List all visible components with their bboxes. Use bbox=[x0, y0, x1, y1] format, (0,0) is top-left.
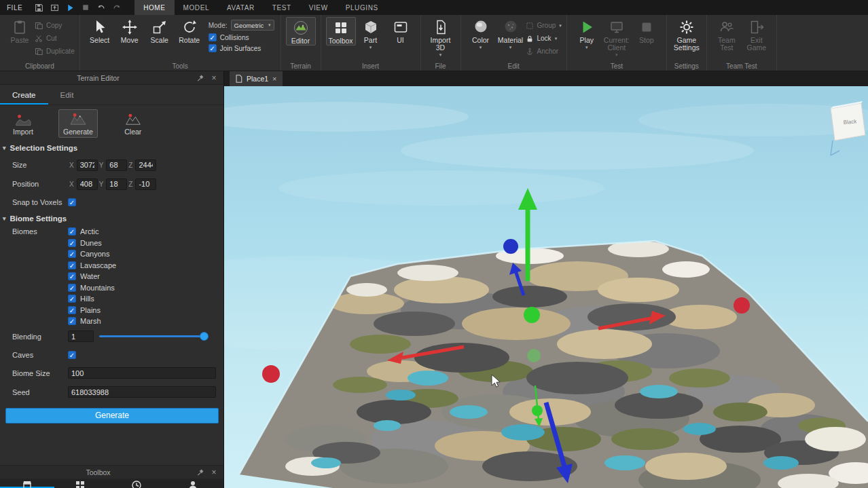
gizmo-handle-green-faint[interactable] bbox=[527, 349, 541, 362]
stop-button[interactable]: Stop bbox=[632, 17, 662, 44]
tab-avatar[interactable]: AVATAR bbox=[218, 0, 264, 15]
3d-scene[interactable]: Black bbox=[224, 86, 868, 488]
save-icon[interactable] bbox=[33, 2, 44, 13]
biome-size-input[interactable] bbox=[68, 367, 216, 379]
close-icon[interactable]: × bbox=[272, 75, 276, 83]
stop-icon[interactable] bbox=[80, 2, 91, 13]
import-action-button[interactable]: Import bbox=[7, 109, 39, 138]
caves-checkbox[interactable] bbox=[68, 351, 76, 359]
blending-slider[interactable] bbox=[99, 335, 206, 337]
play-icon[interactable] bbox=[65, 2, 75, 13]
exit-game-button[interactable]: Exit Game bbox=[742, 17, 772, 52]
join-surfaces-checkbox[interactable] bbox=[209, 44, 217, 52]
play-button[interactable]: Play ▾ bbox=[572, 17, 602, 50]
copy-button[interactable]: Copy bbox=[35, 20, 75, 31]
tab-plugins[interactable]: PLUGINS bbox=[337, 0, 387, 15]
ribbon-section-clipboard: Paste Copy Cut Duplicate Clipboard bbox=[0, 15, 80, 71]
place-tab[interactable]: Place1 × bbox=[230, 71, 283, 86]
biome-settings-header[interactable]: ▾ Biome Settings bbox=[0, 211, 223, 226]
paste-button[interactable]: Paste bbox=[5, 17, 35, 44]
current-client-button[interactable]: Current: Client ▾ bbox=[602, 17, 632, 57]
terrain-editor-title: Terrain Editor bbox=[0, 74, 196, 82]
gizmo-handle-red-right[interactable] bbox=[734, 297, 750, 314]
undo-icon[interactable] bbox=[96, 2, 107, 13]
terrain-editor-header[interactable]: Terrain Editor × bbox=[0, 71, 223, 85]
tab-model[interactable]: MODEL bbox=[175, 0, 219, 15]
tab-home[interactable]: HOME bbox=[134, 0, 174, 15]
biome-checkbox-mountains[interactable] bbox=[68, 284, 76, 292]
clear-action-button[interactable]: Clear bbox=[117, 109, 149, 138]
biome-checkbox-lavascape[interactable] bbox=[68, 261, 76, 269]
creations-person-icon[interactable] bbox=[187, 480, 198, 488]
game-settings-button[interactable]: Game Settings bbox=[672, 17, 702, 52]
lock-button[interactable]: Lock ▾ bbox=[526, 33, 562, 44]
rotate-icon bbox=[181, 19, 198, 35]
dock-pin-icon[interactable] bbox=[196, 74, 204, 82]
biome-checkbox-hills[interactable] bbox=[68, 295, 76, 303]
tab-create[interactable]: Create bbox=[0, 85, 48, 105]
seed-input[interactable] bbox=[68, 386, 216, 398]
close-icon[interactable]: × bbox=[210, 74, 218, 82]
team-test-button[interactable]: Team Test bbox=[712, 17, 742, 52]
copy-label: Copy bbox=[46, 22, 62, 29]
recent-clock-icon[interactable] bbox=[131, 480, 142, 488]
blending-input[interactable] bbox=[68, 331, 94, 342]
ui-icon bbox=[393, 19, 409, 35]
gizmo-handle-blue[interactable] bbox=[503, 239, 518, 254]
close-icon[interactable]: × bbox=[210, 468, 218, 476]
generate-button[interactable]: Generate bbox=[5, 408, 219, 424]
toolbox-button[interactable]: Toolbox bbox=[326, 17, 356, 45]
biome-checkbox-plains[interactable] bbox=[68, 306, 76, 314]
scale-tool-button[interactable]: Scale bbox=[145, 17, 175, 44]
toolbox-active-tab[interactable] bbox=[0, 478, 54, 488]
caves-label: Caves bbox=[12, 351, 68, 359]
material-icon bbox=[503, 19, 519, 35]
gizmo-handle-green-small[interactable] bbox=[532, 405, 543, 416]
slider-handle[interactable] bbox=[200, 332, 209, 341]
terrain-editor-button[interactable]: Editor bbox=[286, 17, 316, 45]
cut-button[interactable]: Cut bbox=[35, 33, 75, 44]
size-z-input[interactable] bbox=[135, 159, 156, 171]
biome-checkbox-canyons[interactable] bbox=[68, 250, 76, 258]
selection-settings-header[interactable]: ▾ Selection Settings bbox=[0, 140, 223, 155]
mode-dropdown[interactable]: Geometric ▾ bbox=[231, 20, 274, 31]
position-x-input[interactable] bbox=[77, 179, 98, 190]
select-tool-button[interactable]: Select bbox=[85, 17, 115, 44]
size-y-input[interactable] bbox=[106, 159, 127, 171]
biome-checkbox-arctic[interactable] bbox=[68, 227, 76, 236]
ribbon-section-file: Import 3D ▾ File bbox=[421, 15, 461, 71]
biome-checkbox-dunes[interactable] bbox=[68, 239, 76, 247]
gizmo-handle-green-center[interactable] bbox=[524, 307, 540, 323]
redo-icon[interactable] bbox=[111, 2, 122, 13]
publish-icon[interactable] bbox=[49, 2, 60, 13]
collisions-checkbox[interactable] bbox=[209, 33, 217, 41]
inventory-grid-icon[interactable] bbox=[75, 480, 86, 488]
material-button[interactable]: Material ▾ bbox=[496, 17, 526, 50]
scale-icon bbox=[151, 19, 168, 35]
position-z-input[interactable] bbox=[135, 179, 156, 190]
color-button[interactable]: Color ▾ bbox=[466, 17, 496, 50]
size-x-input[interactable] bbox=[77, 159, 98, 171]
gizmo-handle-red-left[interactable] bbox=[262, 365, 280, 383]
toolbox-panel-header[interactable]: Toolbox × bbox=[0, 465, 223, 478]
biome-checkbox-marsh[interactable] bbox=[68, 317, 76, 325]
file-menu[interactable]: FILE bbox=[0, 4, 29, 12]
rotate-tool-button[interactable]: Rotate bbox=[175, 17, 204, 44]
part-button[interactable]: Part ▾ bbox=[356, 17, 386, 50]
move-tool-button[interactable]: Move bbox=[115, 17, 145, 44]
tab-edit[interactable]: Edit bbox=[48, 85, 86, 105]
generate-action-button[interactable]: Generate bbox=[58, 109, 98, 138]
anchor-button[interactable]: Anchor bbox=[526, 45, 562, 57]
snap-to-voxels-checkbox[interactable] bbox=[68, 198, 76, 206]
tools-options: Mode: Geometric ▾ Collisions Join Surfac… bbox=[204, 17, 276, 52]
import-3d-button[interactable]: Import 3D ▾ bbox=[426, 17, 456, 57]
group-button[interactable]: Group ▾ bbox=[526, 20, 562, 31]
dock-pin-icon[interactable] bbox=[196, 468, 204, 476]
ui-button[interactable]: UI bbox=[386, 17, 416, 44]
tab-test[interactable]: TEST bbox=[264, 0, 300, 15]
tab-view[interactable]: VIEW bbox=[300, 0, 337, 15]
duplicate-button[interactable]: Duplicate bbox=[35, 45, 75, 57]
position-y-input[interactable] bbox=[106, 179, 127, 190]
biome-checkbox-water[interactable] bbox=[68, 272, 76, 280]
corner-note-part[interactable]: Black bbox=[831, 101, 865, 155]
